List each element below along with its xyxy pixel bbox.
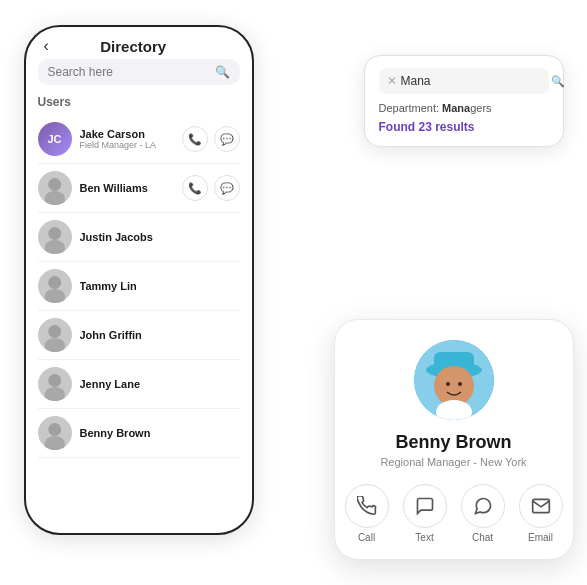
phone-icon (357, 496, 377, 516)
message-icon (415, 496, 435, 516)
results-count: Found 23 results (379, 120, 549, 134)
avatar (38, 367, 72, 401)
call-action[interactable]: Call (345, 484, 389, 543)
avatar (38, 269, 72, 303)
popup-search-input[interactable] (401, 74, 551, 88)
search-highlight: Mana (442, 102, 470, 114)
contact-role: Regional Manager - New York (380, 456, 526, 468)
user-info: Jenny Lane (80, 378, 240, 390)
phone-frame: ‹ Directory 🔍 Users JC Jake Carson F (24, 25, 254, 535)
avatar (38, 171, 72, 205)
search-popup: ✕ 🔍 Department: Managers Found 23 result… (364, 55, 564, 147)
chat-button[interactable]: 💬 (214, 175, 240, 201)
email-action[interactable]: Email (519, 484, 563, 543)
chat-label: Chat (472, 532, 493, 543)
page-title: Directory (49, 38, 218, 55)
user-actions: 📞 💬 (182, 175, 240, 201)
svg-point-4 (446, 382, 450, 386)
user-list: JC Jake Carson Field Manager - LA 📞 💬 (38, 115, 240, 458)
chat-button[interactable] (461, 484, 505, 528)
search-icon: 🔍 (551, 75, 565, 88)
chat-action[interactable]: Chat (461, 484, 505, 543)
user-info: Jake Carson Field Manager - LA (80, 128, 182, 150)
contact-card: Benny Brown Regional Manager - New York … (334, 319, 574, 560)
text-action[interactable]: Text (403, 484, 447, 543)
users-section-label: Users (38, 95, 240, 109)
call-button[interactable]: 📞 (182, 126, 208, 152)
text-label: Text (415, 532, 433, 543)
user-info: Tammy Lin (80, 280, 240, 292)
avatar-image (414, 340, 494, 420)
user-name: Jenny Lane (80, 378, 240, 390)
chat-icon (473, 496, 493, 516)
user-name: Jake Carson (80, 128, 182, 140)
list-item: JC Jake Carson Field Manager - LA 📞 💬 (38, 115, 240, 164)
phone-status-bar: ‹ Directory (26, 27, 252, 59)
list-item: Benny Brown (38, 409, 240, 458)
user-name: Tammy Lin (80, 280, 240, 292)
list-item: Tammy Lin (38, 262, 240, 311)
avatar (38, 416, 72, 450)
search-input[interactable] (48, 65, 215, 79)
contact-name: Benny Brown (395, 432, 511, 453)
user-actions: 📞 💬 (182, 126, 240, 152)
user-info: Ben Williams (80, 182, 182, 194)
chat-button[interactable]: 💬 (214, 126, 240, 152)
user-info: Justin Jacobs (80, 231, 240, 243)
user-info: John Griffin (80, 329, 240, 341)
call-button[interactable]: 📞 (182, 175, 208, 201)
user-role: Field Manager - LA (80, 140, 182, 150)
email-icon (531, 496, 551, 516)
close-icon[interactable]: ✕ (387, 74, 397, 88)
avatar: JC (38, 122, 72, 156)
list-item: Jenny Lane (38, 360, 240, 409)
avatar (38, 220, 72, 254)
contact-avatar (414, 340, 494, 420)
user-name: Justin Jacobs (80, 231, 240, 243)
user-name: Ben Williams (80, 182, 182, 194)
svg-point-5 (458, 382, 462, 386)
user-name: Benny Brown (80, 427, 240, 439)
phone-content: 🔍 Users JC Jake Carson Field Manager - L… (26, 59, 252, 533)
user-info: Benny Brown (80, 427, 240, 439)
list-item: Justin Jacobs (38, 213, 240, 262)
main-scene: ‹ Directory 🔍 Users JC Jake Carson F (14, 15, 574, 570)
text-button[interactable] (403, 484, 447, 528)
email-label: Email (528, 532, 553, 543)
search-icon: 🔍 (215, 65, 230, 79)
call-label: Call (358, 532, 375, 543)
email-button[interactable] (519, 484, 563, 528)
list-item: John Griffin (38, 311, 240, 360)
user-name: John Griffin (80, 329, 240, 341)
avatar (38, 318, 72, 352)
contact-actions: Call Text Chat (345, 484, 563, 543)
popup-search-bar[interactable]: ✕ 🔍 (379, 68, 549, 94)
call-button[interactable] (345, 484, 389, 528)
department-filter: Department: Managers (379, 102, 549, 114)
list-item: Ben Williams 📞 💬 (38, 164, 240, 213)
search-bar[interactable]: 🔍 (38, 59, 240, 85)
